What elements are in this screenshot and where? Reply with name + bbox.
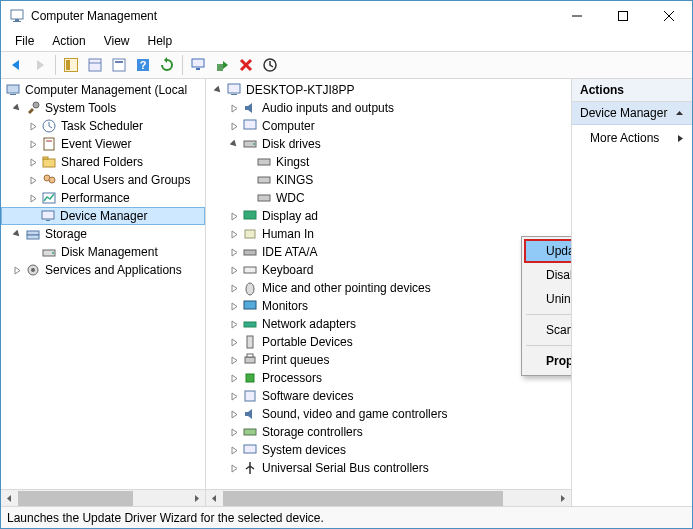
scrollbar-horizontal[interactable]: [206, 489, 571, 506]
expand-icon[interactable]: [228, 264, 240, 276]
export-icon[interactable]: [108, 54, 130, 76]
dev-category[interactable]: Monitors: [206, 297, 571, 315]
expand-icon[interactable]: [228, 426, 240, 438]
collapse-icon[interactable]: [212, 84, 224, 96]
ctx-disable-device[interactable]: Disable device: [524, 263, 572, 287]
mmc-icon: [5, 82, 21, 98]
scroll-left-icon[interactable]: [1, 490, 18, 507]
tree-item[interactable]: Disk Management: [1, 243, 205, 261]
dev-category[interactable]: Universal Serial Bus controllers: [206, 459, 571, 477]
collapse-icon[interactable]: [228, 138, 240, 150]
tree-storage[interactable]: Storage: [1, 225, 205, 243]
dev-label: System devices: [262, 443, 346, 457]
tree-systools[interactable]: System Tools: [1, 99, 205, 117]
scan-hardware-icon[interactable]: [259, 54, 281, 76]
more-actions[interactable]: More Actions: [572, 125, 692, 151]
monitor-icon[interactable]: [187, 54, 209, 76]
menu-action[interactable]: Action: [44, 32, 93, 50]
close-button[interactable]: [646, 1, 692, 31]
expand-icon[interactable]: [27, 156, 39, 168]
expand-icon[interactable]: [228, 282, 240, 294]
dev-disk-item[interactable]: WDC: [206, 189, 571, 207]
expand-icon[interactable]: [27, 192, 39, 204]
dev-category[interactable]: Computer: [206, 117, 571, 135]
show-hide-tree-icon[interactable]: [60, 54, 82, 76]
properties-icon[interactable]: [84, 54, 106, 76]
scroll-thumb[interactable]: [223, 491, 503, 506]
expand-icon[interactable]: [228, 408, 240, 420]
dev-category[interactable]: Display ad: [206, 207, 571, 225]
scroll-right-icon[interactable]: [554, 490, 571, 507]
expand-icon[interactable]: [228, 246, 240, 258]
expand-icon[interactable]: [228, 336, 240, 348]
tree-item[interactable]: Shared Folders: [1, 153, 205, 171]
dev-category[interactable]: Software devices: [206, 387, 571, 405]
dev-category[interactable]: Keyboard: [206, 261, 571, 279]
dev-category[interactable]: Human In: [206, 225, 571, 243]
dev-category[interactable]: Audio inputs and outputs: [206, 99, 571, 117]
expand-icon[interactable]: [11, 264, 23, 276]
dev-category[interactable]: Network adapters: [206, 315, 571, 333]
ctx-scan-hardware[interactable]: Scan for hardware changes: [524, 318, 572, 342]
dev-category[interactable]: Mice and other pointing devices: [206, 279, 571, 297]
expand-icon[interactable]: [27, 138, 39, 150]
maximize-button[interactable]: [600, 1, 646, 31]
expand-icon[interactable]: [228, 300, 240, 312]
ctx-properties[interactable]: Properties: [524, 349, 572, 373]
tree-item[interactable]: Task Scheduler: [1, 117, 205, 135]
expand-icon[interactable]: [228, 354, 240, 366]
expand-icon[interactable]: [228, 390, 240, 402]
dev-disk-item[interactable]: KINGS: [206, 171, 571, 189]
ctx-uninstall-device[interactable]: Uninstall device: [524, 287, 572, 311]
dev-category[interactable]: Portable Devices: [206, 333, 571, 351]
forward-icon[interactable]: [29, 54, 51, 76]
tree-item[interactable]: Event Viewer: [1, 135, 205, 153]
tree-item[interactable]: Local Users and Groups: [1, 171, 205, 189]
expand-icon[interactable]: [228, 120, 240, 132]
refresh-icon[interactable]: [156, 54, 178, 76]
scrollbar-horizontal[interactable]: [1, 489, 205, 506]
help-icon[interactable]: ?: [132, 54, 154, 76]
minimize-button[interactable]: [554, 1, 600, 31]
tree-item[interactable]: Performance: [1, 189, 205, 207]
actions-section[interactable]: Device Manager: [572, 102, 692, 125]
dev-category[interactable]: Print queues: [206, 351, 571, 369]
dev-disk-drives[interactable]: Disk drives: [206, 135, 571, 153]
expand-icon[interactable]: [228, 228, 240, 240]
collapse-icon[interactable]: [11, 228, 23, 240]
expand-icon[interactable]: [228, 372, 240, 384]
expand-icon[interactable]: [228, 210, 240, 222]
ctx-update-driver[interactable]: Update driver: [524, 239, 572, 263]
scroll-left-icon[interactable]: [206, 490, 223, 507]
dev-label: Universal Serial Bus controllers: [262, 461, 429, 475]
expand-icon[interactable]: [228, 102, 240, 114]
expand-icon[interactable]: [27, 174, 39, 186]
expand-icon[interactable]: [27, 120, 39, 132]
device-tree[interactable]: DESKTOP-KTJI8PP Audio inputs and outputs…: [206, 79, 571, 489]
dev-label: Kingst: [276, 155, 309, 169]
update-driver-icon[interactable]: [211, 54, 233, 76]
dev-disk-item[interactable]: Kingst: [206, 153, 571, 171]
expand-icon[interactable]: [228, 318, 240, 330]
tree-root[interactable]: Computer Management (Local: [1, 81, 205, 99]
dev-category[interactable]: System devices: [206, 441, 571, 459]
console-tree[interactable]: Computer Management (Local System Tools …: [1, 79, 205, 489]
menu-help[interactable]: Help: [140, 32, 181, 50]
collapse-icon[interactable]: [11, 102, 23, 114]
dev-root[interactable]: DESKTOP-KTJI8PP: [206, 81, 571, 99]
dev-category[interactable]: Sound, video and game controllers: [206, 405, 571, 423]
scroll-right-icon[interactable]: [188, 490, 205, 507]
expand-icon[interactable]: [228, 444, 240, 456]
tree-item-device-manager[interactable]: Device Manager: [1, 207, 205, 225]
tree-services[interactable]: Services and Applications: [1, 261, 205, 279]
scroll-thumb[interactable]: [18, 491, 133, 506]
dev-category[interactable]: Processors: [206, 369, 571, 387]
menu-file[interactable]: File: [7, 32, 42, 50]
uninstall-icon[interactable]: [235, 54, 257, 76]
back-icon[interactable]: [5, 54, 27, 76]
dev-category[interactable]: Storage controllers: [206, 423, 571, 441]
svg-point-39: [31, 268, 35, 272]
dev-category[interactable]: IDE ATA/A: [206, 243, 571, 261]
expand-icon[interactable]: [228, 462, 240, 474]
menu-view[interactable]: View: [96, 32, 138, 50]
